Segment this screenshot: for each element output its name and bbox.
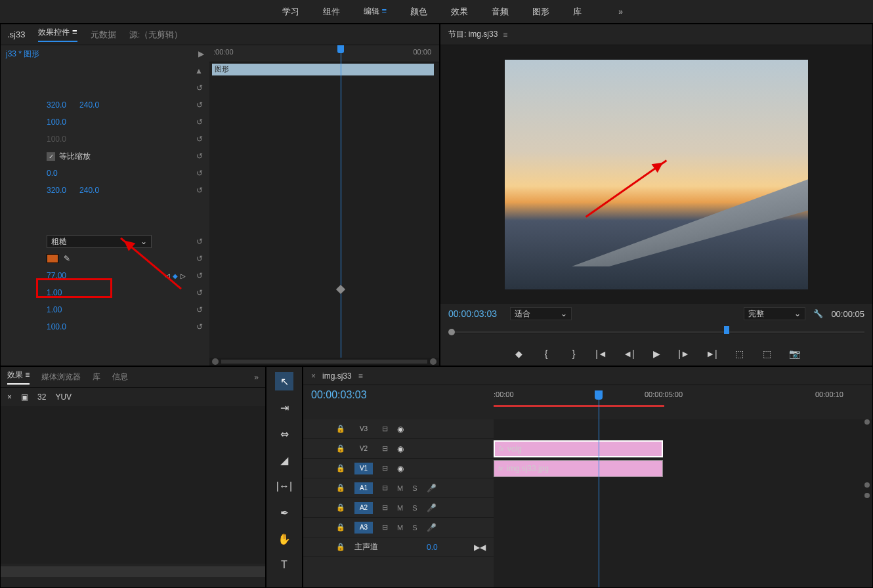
track-a3[interactable]: A3 <box>354 522 373 534</box>
reset-icon[interactable]: ↺ <box>196 254 203 263</box>
reset-icon[interactable]: ↺ <box>196 135 203 144</box>
track-v1[interactable]: V1 <box>354 463 373 474</box>
program-timecode[interactable]: 00:00:03:03 <box>448 308 497 319</box>
marker-icon[interactable]: ◆ <box>513 348 524 360</box>
menu-graphics[interactable]: 图形 <box>532 6 549 18</box>
ec-clip-bar[interactable]: 图形 <box>212 64 434 75</box>
prop-anchor-y[interactable]: 240.0 <box>79 186 99 195</box>
track-v2[interactable]: V2 <box>354 443 373 455</box>
play-icon[interactable]: ▶ <box>650 348 662 360</box>
tab-effect-controls[interactable]: 效果控件 ≡ <box>38 27 77 42</box>
settings-icon[interactable]: 🔧 <box>813 309 823 318</box>
track-v3[interactable]: V3 <box>354 423 373 435</box>
reset-icon[interactable]: ↺ <box>196 186 203 195</box>
hand-tool[interactable]: ✋ <box>275 530 293 548</box>
color-swatch[interactable] <box>47 254 58 263</box>
ripple-tool[interactable]: ⇔ <box>275 425 293 443</box>
master-label[interactable]: 主声道 <box>354 541 378 553</box>
work-area-bar[interactable] <box>494 405 664 407</box>
menu-learn[interactable]: 学习 <box>282 6 299 18</box>
solo-icon[interactable]: S <box>412 484 417 492</box>
step-back-icon[interactable]: ◄| <box>623 348 635 360</box>
step-fwd-icon[interactable]: |► <box>678 348 690 360</box>
reset-icon[interactable]: ↺ <box>196 237 203 246</box>
reset-icon[interactable]: ↺ <box>196 100 203 110</box>
prop-scale[interactable]: 100.0 <box>47 117 66 127</box>
sync-icon[interactable]: ⊟ <box>382 464 388 472</box>
prop-anchor-x[interactable]: 320.0 <box>47 186 66 195</box>
uniform-scale-checkbox[interactable]: ✓ <box>47 152 55 161</box>
lock-icon[interactable]: 🔒 <box>336 464 345 472</box>
tab-libraries[interactable]: 库 <box>93 371 100 383</box>
tab-source-none[interactable]: 源:（无剪辑） <box>129 29 183 41</box>
ec-playhead[interactable] <box>341 45 341 366</box>
clear-icon[interactable]: × <box>7 392 12 402</box>
reset-icon[interactable]: ↺ <box>196 288 203 297</box>
yuv-badge[interactable]: YUV <box>55 392 72 402</box>
prop-val-a[interactable]: 1.00 <box>47 288 62 297</box>
timeline-ruler[interactable]: :00:00 00:00:05:00 00:00:10 <box>494 390 864 404</box>
solo-icon[interactable]: S <box>412 524 417 532</box>
eye-icon[interactable]: ◉ <box>397 464 404 473</box>
next-kf-icon[interactable]: ▷ <box>181 272 186 280</box>
selection-tool[interactable]: ↖ <box>275 372 293 390</box>
panel-menu-icon[interactable]: ≡ <box>358 371 363 381</box>
collapse-icon[interactable]: ▲ <box>195 66 203 75</box>
type-tool[interactable]: T <box>275 556 293 574</box>
tab-metadata[interactable]: 元数据 <box>91 29 116 41</box>
menu-effects[interactable]: 效果 <box>451 6 468 18</box>
goto-out-icon[interactable]: ►| <box>706 348 717 360</box>
eye-icon[interactable]: ◉ <box>397 444 404 453</box>
lock-icon[interactable]: 🔒 <box>336 484 345 492</box>
sync-icon[interactable]: ⊟ <box>382 523 388 532</box>
reset-icon[interactable]: ↺ <box>196 169 203 178</box>
lock-icon[interactable]: 🔒 <box>336 503 345 512</box>
prop-val-c[interactable]: 100.0 <box>47 322 66 331</box>
lift-icon[interactable]: ⬚ <box>733 348 745 360</box>
tab-source[interactable]: .sj33 <box>7 30 25 39</box>
quality-select[interactable]: 完整⌄ <box>744 307 805 320</box>
tab-media-browser[interactable]: 媒体浏览器 <box>41 371 81 383</box>
timeline-playhead[interactable] <box>599 390 599 587</box>
ec-play-icon[interactable]: ▶ <box>198 49 204 58</box>
program-canvas[interactable] <box>440 45 872 304</box>
panel-menu-icon[interactable]: ≡ <box>503 30 507 39</box>
mute-icon[interactable]: M <box>397 524 403 532</box>
prop-rotation[interactable]: 0.0 <box>47 169 58 178</box>
prop-highlighted[interactable]: 77.00 <box>47 271 66 280</box>
export-frame-icon[interactable]: 📷 <box>788 348 800 360</box>
reset-icon[interactable]: ↺ <box>196 322 203 331</box>
eye-icon[interactable]: ◉ <box>397 425 404 434</box>
out-point-icon[interactable]: } <box>568 348 580 360</box>
edge-type-select[interactable]: 粗糙⌄ <box>47 235 152 248</box>
timeline-content[interactable]: fxvolg fximg.sj33.jpg <box>494 419 872 587</box>
tabs-overflow-icon[interactable]: » <box>254 373 259 382</box>
slip-tool[interactable]: |↔| <box>275 477 293 495</box>
menu-library[interactable]: 库 <box>573 6 582 18</box>
keyframe-diamond[interactable] <box>336 285 345 294</box>
menu-audio[interactable]: 音频 <box>492 6 509 18</box>
mute-icon[interactable]: M <box>397 484 403 492</box>
add-kf-icon[interactable]: ◆ <box>173 272 178 280</box>
reset-icon[interactable]: ↺ <box>196 117 203 127</box>
sync-icon[interactable]: ⊟ <box>382 444 388 453</box>
mic-icon[interactable]: 🎤 <box>427 484 436 493</box>
menu-edit[interactable]: 编辑 ≡ <box>364 6 387 17</box>
zoom-select[interactable]: 适合⌄ <box>510 307 572 320</box>
razor-tool[interactable]: ◢ <box>275 451 293 469</box>
prev-kf-icon[interactable]: ◁ <box>165 272 170 280</box>
eyedropper-icon[interactable]: ✎ <box>64 254 70 263</box>
mute-icon[interactable]: M <box>397 504 403 512</box>
zoom-handle[interactable] <box>864 493 870 498</box>
sync-icon[interactable]: ⊟ <box>382 425 388 433</box>
reset-icon[interactable]: ↺ <box>196 271 203 280</box>
track-a1[interactable]: A1 <box>354 482 373 494</box>
close-sequence-icon[interactable]: × <box>311 371 316 381</box>
lock-icon[interactable]: 🔒 <box>336 543 345 551</box>
reset-icon[interactable]: ↺ <box>196 305 203 314</box>
track-select-tool[interactable]: ⇥ <box>275 398 293 417</box>
mic-icon[interactable]: 🎤 <box>427 503 436 513</box>
sync-icon[interactable]: ⊟ <box>382 503 388 512</box>
sync-icon[interactable]: ⊟ <box>382 484 388 492</box>
tab-info[interactable]: 信息 <box>112 371 128 383</box>
